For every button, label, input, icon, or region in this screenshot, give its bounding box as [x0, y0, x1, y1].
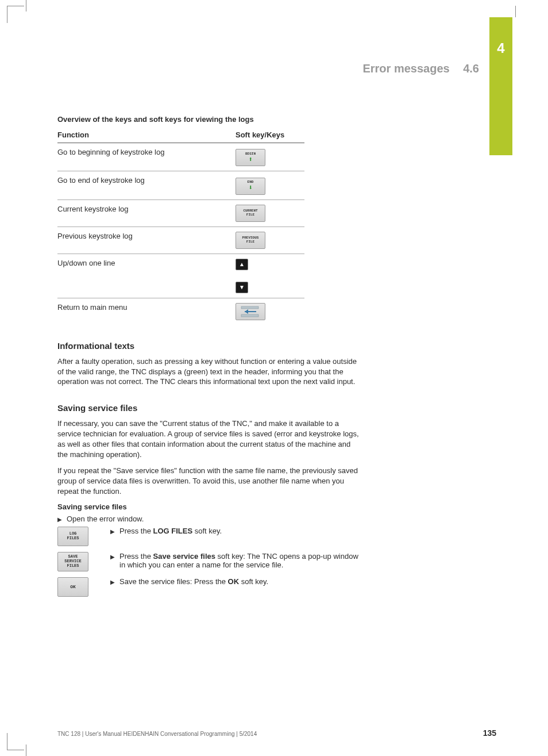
col-softkey: Soft key/Keys [236, 127, 304, 143]
table-row: Previous keystroke log PREVIOUS FILE [57, 227, 304, 254]
step-save-service: SAVE SERVICE FILES ▶ Press the Save serv… [57, 552, 362, 571]
table-title: Overview of the keys and soft keys for v… [57, 115, 362, 124]
softkey-return-menu [236, 303, 265, 320]
return-icon [239, 305, 262, 318]
softkey-previous-file: PREVIOUS FILE [236, 232, 265, 249]
header-section: 4.6 [463, 62, 479, 75]
svg-rect-0 [241, 306, 258, 309]
step-log-files: LOG FILES ▶ Press the LOG FILES soft key… [57, 527, 362, 546]
triangle-bullet-icon: ▶ [110, 579, 115, 585]
save-p2: If you repeat the "Save service files" f… [57, 466, 362, 497]
crop-mark [515, 6, 516, 17]
page-content: Overview of the keys and soft keys for v… [57, 115, 362, 603]
header-title: Error messages [362, 62, 449, 75]
softkey-current-file: CURRENT FILE [236, 205, 265, 222]
triangle-bullet-icon: ▶ [57, 516, 62, 523]
arrow-down-icon: ⬇ [248, 185, 252, 191]
running-header: Error messages 4.6 [362, 62, 479, 75]
crop-mark [26, 0, 26, 11]
table-row: Up/down one line ▲ ▼ [57, 254, 304, 298]
triangle-bullet-icon: ▶ [110, 554, 115, 560]
chapter-tab: 4 [489, 17, 512, 155]
func-cell: Up/down one line [57, 254, 236, 298]
softkey-ok: OK [57, 577, 88, 597]
step-text: Save the service files: Press the OK sof… [119, 577, 268, 586]
chapter-number: 4 [489, 40, 512, 56]
table-row: Go to end of keystroke log END ⬇ [57, 171, 304, 199]
step-ok: OK ▶ Save the service files: Press the O… [57, 577, 362, 597]
hardkey-down: ▼ [236, 282, 248, 293]
crop-mark [7, 733, 24, 750]
func-cell: Previous keystroke log [57, 227, 236, 254]
save-p1: If necessary, you can save the "Current … [57, 419, 362, 460]
footer-text: TNC 128 | User's Manual HEIDENHAIN Conve… [57, 731, 257, 737]
info-body: After a faulty operation, such as pressi… [57, 356, 362, 387]
svg-rect-1 [241, 314, 258, 317]
func-cell: Go to end of keystroke log [57, 171, 236, 199]
softkey-begin: BEGIN ⬆ [236, 149, 265, 166]
step-text: Press the LOG FILES soft key. [119, 527, 222, 535]
func-cell: Go to beginning of keystroke log [57, 143, 236, 171]
page-number: 135 [483, 728, 496, 738]
step-text: Press the Save service files soft key: T… [119, 552, 362, 569]
heading-informational: Informational texts [57, 341, 362, 351]
triangle-bullet-icon: ▶ [110, 528, 115, 535]
heading-saving: Saving service files [57, 403, 362, 413]
page-footer: TNC 128 | User's Manual HEIDENHAIN Conve… [57, 728, 496, 738]
crop-mark [26, 745, 26, 756]
table-row: Current keystroke log CURRENT FILE [57, 199, 304, 227]
softkey-end: END ⬇ [236, 178, 265, 195]
func-cell: Return to main menu [57, 298, 236, 325]
col-function: Function [57, 127, 236, 143]
save-subheading: Saving service files [57, 502, 362, 511]
hardkey-up: ▲ [236, 259, 248, 270]
softkey-log-files: LOG FILES [57, 527, 88, 546]
keys-table: Function Soft key/Keys Go to beginning o… [57, 127, 304, 325]
step-open-error: ▶ Open the error window. [57, 515, 362, 523]
arrow-up-icon: ⬆ [248, 156, 252, 163]
softkey-save-service-files: SAVE SERVICE FILES [57, 552, 88, 571]
table-row: Go to beginning of keystroke log BEGIN ⬆ [57, 143, 304, 171]
table-row: Return to main menu [57, 298, 304, 325]
func-cell: Current keystroke log [57, 199, 236, 227]
step-text: Open the error window. [67, 515, 144, 523]
crop-mark [7, 6, 24, 23]
